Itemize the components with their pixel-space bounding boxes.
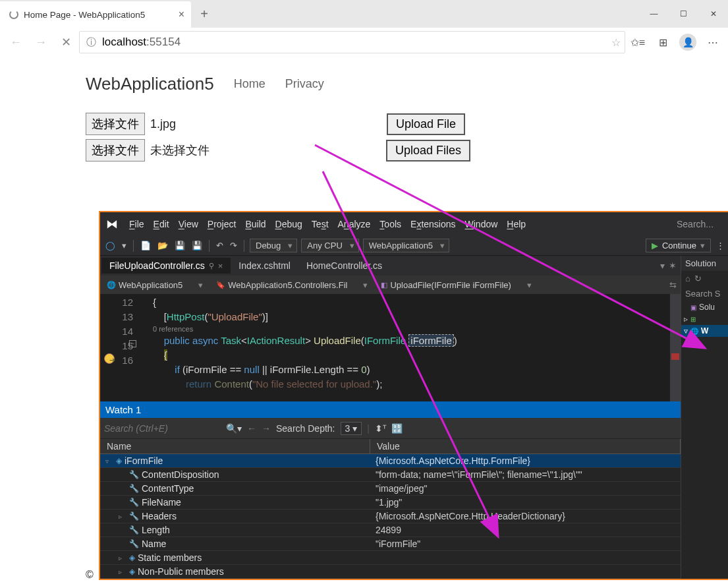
code-body[interactable]: { [HttpPost("UploadFile")] 0 references … xyxy=(140,294,670,401)
nav2-method[interactable]: ◧UploadFile(IFormFile iFormFile) xyxy=(374,280,538,290)
split-icon[interactable]: ⇆ xyxy=(665,280,681,290)
new-tab-button[interactable]: + xyxy=(191,0,217,28)
nav-privacy[interactable]: Privacy xyxy=(285,77,324,91)
close-tab-icon[interactable]: × xyxy=(179,9,184,20)
watch-row[interactable]: ▹◈ Non-Public members xyxy=(100,565,681,579)
toolbar-more[interactable]: ⋮ xyxy=(715,241,726,250)
nav-home[interactable]: Home xyxy=(234,77,266,91)
sol-refresh-icon[interactable]: ↻ xyxy=(694,274,702,283)
code-editor[interactable]: 12 13 14 15 16 − { [HttpPost("UploadFile… xyxy=(100,294,681,401)
menu-window[interactable]: Window xyxy=(465,219,498,229)
watch-row[interactable]: 🔧 ContentDisposition"form-data; name=\"i… xyxy=(100,468,681,482)
open-icon[interactable]: 📂 xyxy=(156,241,169,250)
watch-search-input[interactable] xyxy=(104,423,221,434)
footer-copyright: © xyxy=(86,569,94,581)
redo-icon[interactable]: ↷ xyxy=(229,241,238,250)
line-gutter: 12 13 14 15 16 − xyxy=(100,294,140,401)
site-info-icon[interactable]: ⓘ xyxy=(84,36,98,49)
depth-label: Search Depth: xyxy=(276,423,335,434)
watch-row[interactable]: ▹◈ Static members xyxy=(100,551,681,565)
menu-debug[interactable]: Debug xyxy=(275,219,302,229)
profile-button[interactable]: 👤 xyxy=(677,31,699,53)
depth-select[interactable]: 3 ▾ xyxy=(341,422,362,435)
save-icon[interactable]: 💾 xyxy=(173,241,186,250)
fold-icon[interactable]: − xyxy=(129,340,136,347)
tab-options-icon[interactable]: ✶ xyxy=(669,260,677,271)
forward-button[interactable]: → xyxy=(29,30,53,54)
browser-tab[interactable]: Home Page - WebApplication5 × xyxy=(0,1,191,28)
collections-icon[interactable]: ⊞ xyxy=(652,31,674,53)
tab-dropdown-icon[interactable]: ▾ xyxy=(660,260,665,271)
close-window-button[interactable]: ✕ xyxy=(698,0,728,28)
vs-logo-icon: ⧓ xyxy=(104,216,120,232)
nav-fwd-icon[interactable]: ▾ xyxy=(121,241,128,250)
menu-build[interactable]: Build xyxy=(245,219,266,229)
minimize-button[interactable]: — xyxy=(639,0,669,28)
col-value[interactable]: Value xyxy=(370,439,681,454)
favorites-list-icon[interactable]: ✩≡ xyxy=(627,31,649,53)
tree-project-sel[interactable]: ▿ 🌐W xyxy=(681,325,728,337)
vs-search[interactable]: Search... xyxy=(677,219,726,229)
watch-table: Name Value ▿◈ iFormFile{Microsoft.AspNet… xyxy=(100,439,681,579)
menu-help[interactable]: Help xyxy=(507,219,526,229)
col-name[interactable]: Name xyxy=(100,439,370,454)
watch-row[interactable]: ▿◈ iFormFile{Microsoft.AspNetCore.Http.F… xyxy=(100,454,681,468)
watch-header[interactable]: Watch 1 xyxy=(100,401,681,418)
choose-file-button-1[interactable]: 选择文件 xyxy=(86,113,145,135)
tree-sub[interactable]: ▹ xyxy=(681,337,728,349)
menu-test[interactable]: Test xyxy=(312,219,329,229)
platform-dropdown[interactable]: Any CPU xyxy=(301,239,358,252)
tree-solution[interactable]: ▣Solu xyxy=(681,301,728,313)
watch-row[interactable]: 🔧 FileName"1.jpg" xyxy=(100,496,681,510)
watch-tool-1[interactable]: ⬍ᵀ xyxy=(375,423,386,434)
url-input-box[interactable]: ⓘ localhost:55154 ☆ xyxy=(79,31,625,53)
search-fwd-icon[interactable]: → xyxy=(262,423,271,434)
new-item-icon[interactable]: 📄 xyxy=(139,241,152,250)
watch-row[interactable]: 🔧 Length24899 xyxy=(100,523,681,537)
watch-row[interactable]: 🔧 Name"iFormFile" xyxy=(100,537,681,551)
upload-files-button[interactable]: Upload Files xyxy=(386,140,470,161)
undo-icon[interactable]: ↶ xyxy=(215,241,225,250)
menu-view[interactable]: View xyxy=(179,219,198,229)
solution-search[interactable]: Search S xyxy=(681,286,728,301)
vertical-scrollbar[interactable] xyxy=(670,294,681,401)
upload-file-button[interactable]: Upload File xyxy=(387,113,465,135)
config-dropdown[interactable]: Debug xyxy=(250,239,297,252)
menu-file[interactable]: File xyxy=(129,219,144,229)
back-button[interactable]: ← xyxy=(4,30,28,54)
watch-tool-2[interactable]: 🔡 xyxy=(391,423,403,434)
continue-button[interactable]: ▶ Continue ▾ xyxy=(646,239,711,252)
watch-row[interactable]: ▹🔧 Headers{Microsoft.AspNetCore.Http.Hea… xyxy=(100,510,681,523)
solution-explorer: Solution ⌂ ↻ Search S ▣Solu ▹ ⊞ ▿ 🌐W ▹ xyxy=(681,256,728,579)
watch-row[interactable]: 🔧 ContentType"image/jpeg" xyxy=(100,482,681,496)
tab-homecontroller[interactable]: HomeController.cs xyxy=(298,258,390,274)
save-all-icon[interactable]: 💾 xyxy=(190,241,204,250)
breakpoint-icon[interactable] xyxy=(104,353,115,364)
url-text[interactable]: localhost:55154 xyxy=(98,36,611,49)
search-back-icon[interactable]: ← xyxy=(247,423,256,434)
project-dropdown[interactable]: WebApplication5 xyxy=(363,239,449,252)
debug-hover-variable[interactable]: iFormFile xyxy=(408,334,454,347)
brand-title[interactable]: WebApplication5 xyxy=(86,74,214,94)
nav2-project[interactable]: 🌐WebApplication5 xyxy=(100,280,210,290)
solution-header[interactable]: Solution xyxy=(681,256,728,271)
menu-analyze[interactable]: Analyze xyxy=(338,219,371,229)
menu-tools[interactable]: Tools xyxy=(379,219,401,229)
sol-home-icon[interactable]: ⌂ xyxy=(685,274,690,283)
choose-file-button-2[interactable]: 选择文件 xyxy=(86,139,145,161)
maximize-button[interactable]: ☐ xyxy=(669,0,698,28)
search-icon[interactable]: 🔍▾ xyxy=(226,423,242,434)
tree-project[interactable]: ▹ ⊞ xyxy=(681,313,728,325)
menu-project[interactable]: Project xyxy=(208,219,237,229)
menu-edit[interactable]: Edit xyxy=(154,219,169,229)
menu-extensions[interactable]: Extensions xyxy=(410,219,456,229)
favorite-icon[interactable]: ☆ xyxy=(611,36,621,49)
stop-button[interactable]: ✕ xyxy=(54,30,78,54)
close-icon[interactable]: × xyxy=(218,261,223,271)
tab-fileuploadcontroller[interactable]: FileUploadController.cs ⚲ × xyxy=(101,258,231,274)
pin-icon[interactable]: ⚲ xyxy=(209,262,214,270)
nav-back-icon[interactable]: ◯ xyxy=(104,241,117,250)
more-button[interactable]: ⋯ xyxy=(702,31,724,53)
tab-index[interactable]: Index.cshtml xyxy=(231,258,298,274)
nav2-class[interactable]: 🔖WebApplication5.Controllers.Fil xyxy=(210,280,374,290)
